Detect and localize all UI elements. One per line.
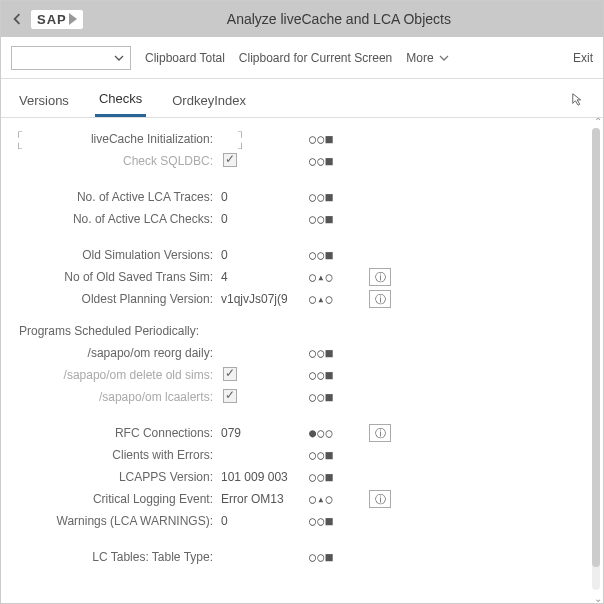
label-clients: Clients with Errors: [19,448,219,462]
chevron-left-icon [11,13,23,25]
sap-logo: SAP [31,10,83,29]
row-rfc: RFC Connections: 079 ●○○ ⓘ [19,422,589,444]
row-reorg: /sapapo/om reorg daily: ○○■ [19,342,589,364]
label-reorg: /sapapo/om reorg daily: [19,346,219,360]
row-critlog: Critical Logging Event: Error OM13 ○▴○ ⓘ [19,488,589,510]
chevron-down-icon [114,53,124,63]
exit-button[interactable]: Exit [573,51,593,65]
toolbar-dropdown[interactable] [11,46,131,70]
label-rfc: RFC Connections: [19,426,219,440]
info-button-oldest[interactable]: ⓘ [369,290,391,308]
row-clients: Clients with Errors: ○○■ [19,444,589,466]
status-delold: ○○■ [309,368,369,382]
scroll-up-icon[interactable]: ⌃ [594,118,602,127]
checkbox-lcaalerts[interactable] [223,389,237,403]
status-oldsim: ○○■ [309,248,369,262]
row-traces: No. of Active LCA Traces: 0 ○○■ [19,186,589,208]
label-savedtrans: No of Old Saved Trans Sim: [19,270,219,284]
tabs: Versions Checks OrdkeyIndex [1,79,603,118]
status-checks: ○○■ [309,212,369,226]
status-lctables: ○○■ [309,550,369,564]
label-oldest: Oldest Planning Version: [19,292,219,306]
value-traces: 0 [219,190,309,204]
status-traces: ○○■ [309,190,369,204]
value-critlog: Error OM13 [219,492,309,506]
row-sqldbc: Check SQLDBC: ○○■ [19,150,589,172]
status-init: ○○■ [309,132,369,146]
label-lcaalerts: /sapapo/om lcaalerts: [19,390,219,404]
label-warnings: Warnings (LCA WARNINGS): [19,514,219,528]
value-sqldbc [219,153,309,170]
value-oldest: v1qjvJs07j(9 [219,292,309,306]
value-savedtrans: 4 [219,270,309,284]
value-lcaalerts [219,389,309,406]
value-delold [219,367,309,384]
status-sqldbc: ○○■ [309,154,369,168]
row-oldest: Oldest Planning Version: v1qjvJs07j(9 ○▴… [19,288,589,310]
label-init: liveCache Initialization: [19,132,219,146]
scroll-thumb[interactable] [592,128,600,567]
value-warnings: 0 [219,514,309,528]
status-rfc: ●○○ [309,426,369,440]
tab-ordkeyindex[interactable]: OrdkeyIndex [168,87,250,116]
checkbox-delold[interactable] [223,367,237,381]
row-init: liveCache Initialization: ○○■ [19,128,589,150]
row-lcaalerts: /sapapo/om lcaalerts: ○○■ [19,386,589,408]
tab-versions[interactable]: Versions [15,87,73,116]
label-delold: /sapapo/om delete old sims: [19,368,219,382]
info-button-savedtrans[interactable]: ⓘ [369,268,391,286]
label-lcapps: LCAPPS Version: [19,470,219,484]
status-clients: ○○■ [309,448,369,462]
more-label: More [406,51,433,65]
label-checks: No. of Active LCA Checks: [19,212,219,226]
value-oldsim: 0 [219,248,309,262]
titlebar: SAP Analyze liveCache and LCA Objects [1,1,603,37]
value-checks: 0 [219,212,309,226]
toolbar: Clipboard Total Clipboard for Current Sc… [1,37,603,79]
label-traces: No. of Active LCA Traces: [19,190,219,204]
clipboard-current-button[interactable]: Clipboard for Current Screen [239,51,392,65]
row-lctables: LC Tables: Table Type: ○○■ [19,546,589,568]
status-savedtrans: ○▴○ [309,270,369,284]
status-warnings: ○○■ [309,514,369,528]
label-critlog: Critical Logging Event: [19,492,219,506]
row-warnings: Warnings (LCA WARNINGS): 0 ○○■ [19,510,589,532]
status-lcapps: ○○■ [309,470,369,484]
scrollbar[interactable]: ⌃ ⌄ [592,128,600,590]
row-checks: No. of Active LCA Checks: 0 ○○■ [19,208,589,230]
status-oldest: ○▴○ [309,292,369,306]
info-button-critlog[interactable]: ⓘ [369,490,391,508]
label-sqldbc: Check SQLDBC: [19,154,219,168]
status-lcaalerts: ○○■ [309,390,369,404]
cursor-icon [571,92,585,110]
row-oldsim: Old Simulation Versions: 0 ○○■ [19,244,589,266]
row-lcapps: LCAPPS Version: 101 009 003 ○○■ [19,466,589,488]
section-programs: Programs Scheduled Periodically: [19,324,589,338]
tab-checks[interactable]: Checks [95,85,146,117]
value-rfc: 079 [219,426,309,440]
content-area: ┌┐└┘ liveCache Initialization: ○○■ Check… [1,118,603,604]
checkbox-sqldbc[interactable] [223,153,237,167]
label-oldsim: Old Simulation Versions: [19,248,219,262]
clipboard-total-button[interactable]: Clipboard Total [145,51,225,65]
page-title: Analyze liveCache and LCA Objects [83,11,595,27]
row-delold: /sapapo/om delete old sims: ○○■ [19,364,589,386]
chevron-down-icon [439,53,449,63]
back-button[interactable] [9,11,25,27]
value-lcapps: 101 009 003 [219,470,309,484]
row-savedtrans: No of Old Saved Trans Sim: 4 ○▴○ ⓘ [19,266,589,288]
label-lctables: LC Tables: Table Type: [19,550,219,564]
info-button-rfc[interactable]: ⓘ [369,424,391,442]
status-critlog: ○▴○ [309,492,369,506]
more-button[interactable]: More [406,51,449,65]
scroll-down-icon[interactable]: ⌄ [594,593,602,604]
status-reorg: ○○■ [309,346,369,360]
